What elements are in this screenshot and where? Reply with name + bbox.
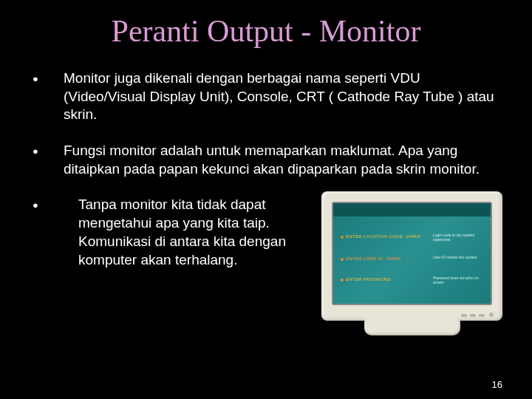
bullet-marker: ●: [30, 69, 64, 124]
screen-header-band: [333, 203, 491, 216]
screen-text-line: ENTER USER ID: JAPAN: [341, 256, 401, 262]
monitor-bezel: ENTER LOCATION CODE: JAPAN ENTER USER ID…: [321, 191, 502, 321]
monitor-button: [479, 314, 485, 317]
monitor-button: [461, 314, 467, 317]
bullet-text: Fungsi monitor adalah untuk memaparkan m…: [64, 142, 502, 178]
screen-annotation: Login code to city spelled uppercase: [433, 233, 485, 242]
bullet-marker: ●: [30, 196, 64, 212]
monitor-screen: ENTER LOCATION CODE: JAPAN ENTER USER ID…: [332, 202, 492, 305]
slide-title: Peranti Output - Monitor: [30, 13, 502, 49]
screen-annotation: Password does not echo on screen: [433, 276, 485, 284]
bullet-text: Monitor juga dikenali dengan berbagai na…: [64, 69, 502, 124]
monitor-stand: [364, 318, 460, 335]
screen-text-line: ENTER PASSWORD: [341, 277, 391, 283]
screen-annotation: User ID inserts into system: [433, 255, 485, 259]
slide: Peranti Output - Monitor ● Monitor juga …: [0, 0, 532, 399]
screen-text-line: ENTER LOCATION CODE: JAPAN: [341, 234, 420, 240]
monitor-button: [470, 314, 476, 317]
monitor-power-button: [489, 313, 494, 317]
bullet-item-with-image: ● Tanpa monitor kita tidak dapat mengeta…: [30, 196, 502, 335]
slide-content: ● Monitor juga dikenali dengan berbagai …: [30, 69, 502, 335]
bullet-text: Tanpa monitor kita tidak dapat mengetahu…: [78, 196, 300, 269]
page-number: 16: [492, 379, 502, 390]
bullet-item: ● Monitor juga dikenali dengan berbagai …: [30, 69, 502, 124]
crt-monitor-image: ENTER LOCATION CODE: JAPAN ENTER USER ID…: [321, 191, 502, 335]
bullet-marker: ●: [30, 142, 64, 178]
bullet-item: ● Fungsi monitor adalah untuk memaparkan…: [30, 142, 502, 178]
